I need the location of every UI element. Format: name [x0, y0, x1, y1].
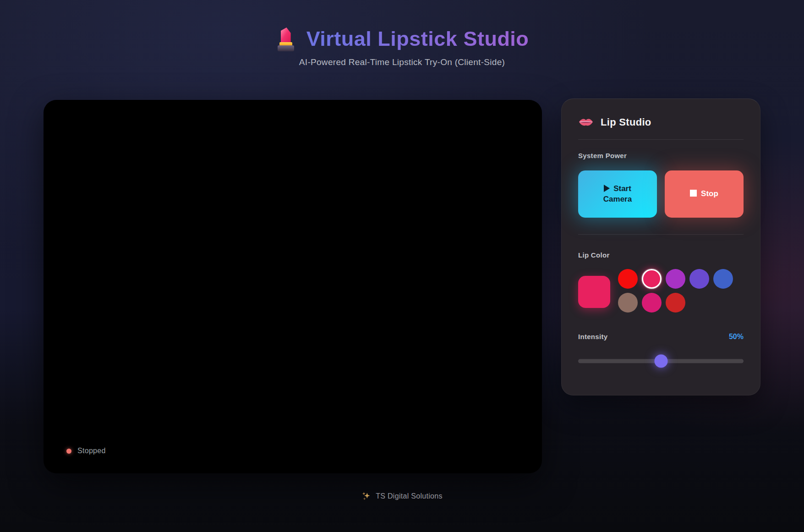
panel-header: Lip Studio [578, 114, 744, 139]
selected-color-preview[interactable] [578, 276, 610, 308]
color-swatch[interactable] [666, 293, 685, 313]
app-page: Virtual Lipstick Studio AI-Powered Real-… [0, 0, 804, 532]
swatch-area [578, 269, 744, 313]
color-swatch[interactable] [618, 293, 638, 313]
status-dot-icon [66, 449, 71, 454]
camera-viewport: Stopped [44, 100, 542, 473]
app-header: Virtual Lipstick Studio AI-Powered Real-… [0, 27, 804, 67]
app-footer: TS Digital Solutions [0, 491, 804, 501]
system-power-section: System Power Start Camera Stop [578, 152, 744, 218]
intensity-value: 50% [729, 333, 744, 341]
divider [578, 234, 744, 235]
color-swatch[interactable] [713, 269, 733, 289]
system-power-label: System Power [578, 152, 744, 159]
status-row: Stopped [66, 447, 106, 455]
footer-brand: TS Digital Solutions [376, 492, 443, 500]
color-swatch[interactable] [642, 293, 662, 313]
title-row: Virtual Lipstick Studio [0, 27, 804, 51]
stop-icon [690, 190, 697, 197]
divider [578, 139, 744, 140]
lip-color-section: Lip Color [578, 251, 744, 313]
panel-title: Lip Studio [601, 116, 651, 128]
stop-button[interactable]: Stop [665, 170, 744, 218]
intensity-slider[interactable] [578, 355, 744, 367]
page-subtitle: AI-Powered Real-Time Lipstick Try-On (Cl… [0, 57, 804, 67]
lip-color-label: Lip Color [578, 251, 744, 259]
color-swatch[interactable] [666, 269, 685, 289]
color-swatch[interactable] [642, 269, 662, 289]
start-camera-button[interactable]: Start Camera [578, 170, 657, 218]
lips-icon [578, 117, 594, 127]
stop-label: Stop [701, 189, 718, 198]
status-label: Stopped [77, 447, 106, 455]
intensity-row: Intensity 50% [578, 333, 744, 341]
lip-color-swatches [618, 269, 738, 313]
power-buttons-row: Start Camera Stop [578, 170, 744, 218]
play-icon [604, 185, 610, 192]
intensity-slider-thumb[interactable] [654, 355, 667, 368]
page-title: Virtual Lipstick Studio [306, 27, 529, 51]
intensity-label: Intensity [578, 333, 607, 340]
sparkles-icon [361, 491, 371, 501]
color-swatch[interactable] [618, 269, 638, 289]
color-swatch[interactable] [689, 269, 709, 289]
lip-studio-panel: Lip Studio System Power Start Camera Sto… [561, 99, 760, 395]
lipstick-icon [275, 27, 296, 51]
